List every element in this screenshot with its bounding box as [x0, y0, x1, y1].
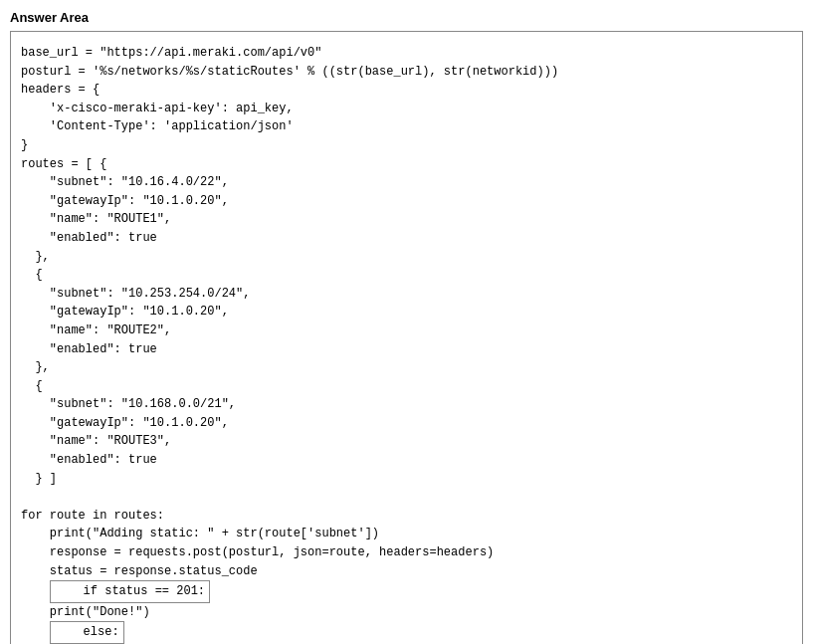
code-line-3: headers = { — [21, 81, 792, 100]
highlight-else: else: — [50, 621, 124, 644]
code-line-9: "gatewayIp": "10.1.0.20", — [21, 192, 792, 211]
code-line-19: { — [21, 377, 792, 396]
code-line-27: print("Adding static: " + str(route['sub… — [21, 525, 792, 543]
code-line-23: "enabled": true — [21, 451, 792, 470]
code-line-22: "name": "ROUTE3", — [21, 432, 792, 451]
code-line-10: "name": "ROUTE1", — [21, 210, 792, 229]
code-line-8: "subnet": "10.16.4.0/22", — [21, 173, 792, 192]
code-line-25 — [21, 488, 792, 507]
code-line-2: posturl = '%s/networks/%s/staticRoutes' … — [21, 63, 792, 82]
code-line-12: }, — [21, 248, 792, 267]
code-line-1: base_url = "https://api.meraki.com/api/v… — [21, 44, 792, 63]
code-line-26: for route in routes: — [21, 507, 792, 526]
code-line-16: "name": "ROUTE2", — [21, 322, 792, 340]
code-line-24: } ] — [21, 470, 792, 489]
answer-area: base_url = "https://api.meraki.com/api/v… — [10, 31, 803, 644]
code-line-20: "subnet": "10.168.0.0/21", — [21, 395, 792, 414]
code-line-32: else: — [21, 621, 792, 644]
code-line-21: "gatewayIp": "10.1.0.20", — [21, 414, 792, 433]
code-line-11: "enabled": true — [21, 229, 792, 248]
code-block: base_url = "https://api.meraki.com/api/v… — [21, 40, 792, 644]
code-line-6: } — [21, 136, 792, 155]
highlight-if-status: if status == 201: — [50, 580, 210, 603]
code-line-15: "gatewayIp": "10.1.0.20", — [21, 303, 792, 322]
code-line-4: 'x-cisco-meraki-api-key': api_key, — [21, 100, 792, 118]
code-line-29: status = response.status_code — [21, 562, 792, 581]
code-line-7: routes = [ { — [21, 155, 792, 174]
code-line-18: }, — [21, 358, 792, 377]
code-line-5: 'Content-Type': 'application/json' — [21, 117, 792, 136]
code-line-30: if status == 201: — [21, 580, 792, 603]
code-line-17: "enabled": true — [21, 340, 792, 359]
code-line-28: response = requests.post(posturl, json=r… — [21, 543, 792, 562]
section-title: Answer Area — [10, 10, 803, 25]
code-line-13: { — [21, 266, 792, 285]
code-line-31: print("Done!") — [21, 603, 792, 622]
code-line-14: "subnet": "10.253.254.0/24", — [21, 285, 792, 304]
